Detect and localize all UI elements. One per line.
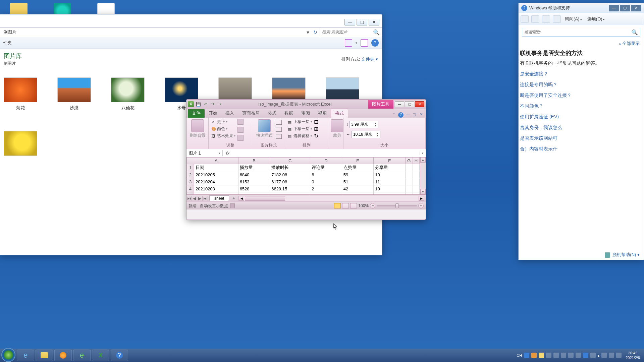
- tab-formula[interactable]: 公式: [264, 109, 280, 118]
- select-all[interactable]: [187, 158, 194, 164]
- formula-expand-icon[interactable]: ▾: [420, 152, 426, 155]
- cell[interactable]: 51: [342, 178, 374, 185]
- fx-icon[interactable]: fx: [223, 150, 233, 156]
- cell[interactable]: 12: [374, 192, 406, 195]
- help-link[interactable]: 言其身份，我该怎么: [520, 125, 640, 131]
- reset-pic-icon[interactable]: [237, 135, 244, 141]
- tray-app1-icon[interactable]: [553, 353, 559, 358]
- cell[interactable]: 11: [374, 178, 406, 185]
- tab-review[interactable]: 审阅: [297, 109, 314, 118]
- help-icon[interactable]: ?: [371, 39, 379, 47]
- tray-network-icon[interactable]: [609, 353, 614, 358]
- tab-insert[interactable]: 插入: [221, 109, 238, 118]
- cell[interactable]: [405, 164, 413, 171]
- zoom-out-button[interactable]: −: [370, 203, 375, 208]
- cell[interactable]: 6840: [238, 171, 270, 178]
- cell[interactable]: 20210202: [194, 192, 238, 195]
- window-min-icon[interactable]: —: [405, 112, 410, 118]
- corrections-button[interactable]: ☀更正: [211, 119, 235, 125]
- spinner-up-down-icon[interactable]: ▲▼: [374, 122, 377, 127]
- scroll-right-icon[interactable]: ▶: [419, 196, 424, 201]
- cell[interactable]: [405, 171, 413, 178]
- redo-icon[interactable]: ↷: [210, 101, 216, 107]
- tray-help-icon[interactable]: [583, 353, 588, 358]
- rotate-icon[interactable]: ↻: [314, 133, 320, 137]
- col-header[interactable]: C: [270, 158, 310, 164]
- image-thumb[interactable]: 沙漠: [57, 77, 91, 111]
- window-close-icon[interactable]: ✕: [418, 112, 424, 118]
- cell[interactable]: 6629.15: [270, 185, 310, 192]
- group-icon[interactable]: ⊞: [314, 126, 320, 130]
- spreadsheet-grid[interactable]: A B C D E F G H I 1 日期 播放量 播放时长 评论量 点赞量 …: [186, 157, 426, 195]
- color-button[interactable]: 🎨颜色: [211, 126, 235, 132]
- sheet-nav-prev-icon[interactable]: ◀: [192, 196, 197, 201]
- cell[interactable]: [405, 192, 413, 195]
- search-icon[interactable]: 🔍: [373, 29, 380, 36]
- menu-options[interactable]: 选项(O): [586, 15, 606, 23]
- taskbar-help[interactable]: ?: [111, 350, 128, 361]
- cell[interactable]: 6153: [238, 178, 270, 185]
- minimize-button[interactable]: —: [344, 19, 355, 25]
- minimize-button[interactable]: —: [609, 5, 619, 11]
- taskbar-browser[interactable]: e: [73, 350, 91, 361]
- bring-forward-button[interactable]: ▦上移一层: [288, 119, 312, 125]
- offline-help-link[interactable]: 脱机帮助(N) ▾: [612, 252, 640, 257]
- sheet-nav-first-icon[interactable]: ⏮: [186, 196, 192, 201]
- cell[interactable]: [413, 178, 419, 185]
- sort-dropdown[interactable]: 文件夹 ▾: [361, 57, 378, 62]
- home-icon[interactable]: [521, 15, 529, 23]
- undo-icon[interactable]: ↶: [203, 101, 209, 107]
- cell[interactable]: 0: [310, 178, 342, 185]
- cell[interactable]: [413, 185, 419, 192]
- tray-app3-icon[interactable]: [568, 353, 574, 358]
- cell[interactable]: 7182.08: [270, 171, 310, 178]
- tray-sync-icon[interactable]: [546, 353, 551, 358]
- change-pic-icon[interactable]: [237, 127, 244, 133]
- cell[interactable]: [413, 171, 419, 178]
- layout-icon[interactable]: [276, 134, 282, 139]
- dropdown-icon[interactable]: ▾: [356, 41, 357, 45]
- view-pagebreak-icon[interactable]: [350, 203, 357, 208]
- row-header[interactable]: 1: [187, 164, 194, 171]
- minimize-button[interactable]: —: [395, 101, 404, 107]
- scroll-down-icon[interactable]: ▼: [420, 189, 426, 194]
- maximize-button[interactable]: ▢: [357, 19, 367, 25]
- taskbar-ie[interactable]: e: [17, 350, 34, 361]
- tray-ime-icon[interactable]: [524, 353, 529, 358]
- cell[interactable]: 分享量: [374, 164, 406, 171]
- macro-record-icon[interactable]: [230, 203, 235, 208]
- address-drop-icon[interactable]: ▾: [305, 29, 311, 36]
- col-header[interactable]: H: [413, 158, 419, 164]
- col-header[interactable]: D: [310, 158, 342, 164]
- preview-pane-button[interactable]: [361, 39, 368, 47]
- help-link[interactable]: 是安全连接？: [520, 71, 640, 77]
- tab-file[interactable]: 文件: [188, 109, 205, 118]
- close-button[interactable]: ✕: [369, 19, 379, 25]
- tray-flag-icon[interactable]: [601, 353, 607, 358]
- cell[interactable]: 6407.38: [270, 192, 310, 195]
- person-icon[interactable]: [553, 15, 561, 23]
- picture-tools-tab[interactable]: 图片工具: [368, 100, 393, 109]
- taskbar-media[interactable]: [54, 350, 72, 361]
- quick-styles-button[interactable]: 快速样式: [255, 119, 274, 138]
- tab-home[interactable]: 开始: [205, 109, 221, 118]
- close-button[interactable]: ✕: [631, 5, 641, 11]
- cell[interactable]: 6: [310, 171, 342, 178]
- ribbon-minimize-icon[interactable]: ˄: [391, 112, 397, 118]
- help-link[interactable]: 断是否使用了安全连接？: [520, 93, 640, 99]
- tray-volume-icon[interactable]: [616, 353, 622, 358]
- align-icon[interactable]: ⊟: [314, 119, 320, 123]
- tray-chevron-icon[interactable]: ▴: [598, 354, 599, 357]
- cell[interactable]: 59: [342, 171, 374, 178]
- sheet-nav-last-icon[interactable]: ⏭: [203, 196, 208, 201]
- help-link[interactable]: 连接是专用的吗？: [520, 82, 640, 88]
- zoom-handle-icon[interactable]: [395, 203, 399, 208]
- cell[interactable]: 70: [342, 192, 374, 195]
- view-layout-icon[interactable]: [342, 203, 349, 208]
- cell[interactable]: [405, 185, 413, 192]
- zoom-in-button[interactable]: +: [418, 203, 424, 208]
- tab-layout[interactable]: 页面布局: [238, 109, 264, 118]
- tray-app2-icon[interactable]: [561, 353, 566, 358]
- name-box[interactable]: 图片 1: [186, 150, 223, 156]
- cell[interactable]: 播放时长: [270, 164, 310, 171]
